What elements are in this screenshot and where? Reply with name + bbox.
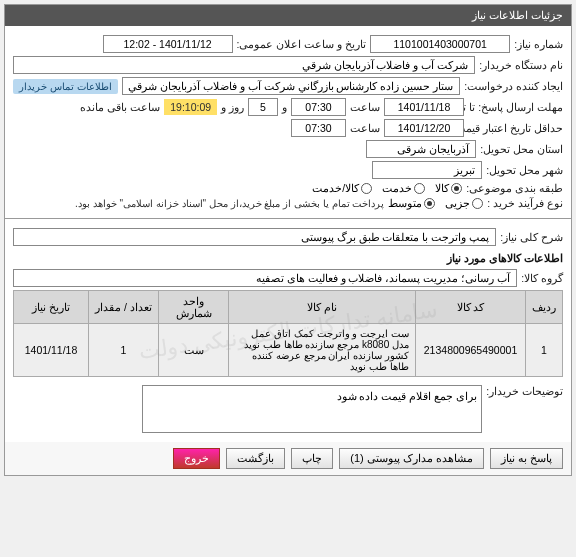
remaining-label: ساعت باقی مانده <box>80 101 160 113</box>
buyer-org-field: شرکت آب و فاضلاب آذربايجان شرقي <box>13 56 475 74</box>
items-table: ردیف کد کالا نام کالا واحد شمارش تعداد /… <box>13 290 563 377</box>
purchase-note: پرداخت تمام یا بخشی از مبلغ خرید،از محل … <box>75 198 384 209</box>
category-radio-group: کالا خدمت کالا/خدمت <box>312 182 462 194</box>
price-date-field: 1401/12/20 <box>384 119 464 137</box>
requester-label: ایجاد کننده درخواست: <box>464 80 563 92</box>
table-header-row: ردیف کد کالا نام کالا واحد شمارش تعداد /… <box>14 291 563 324</box>
print-button[interactable]: چاپ <box>291 448 333 469</box>
group-label: گروه کالا: <box>521 272 563 284</box>
province-label: استان محل تحویل: <box>480 143 563 155</box>
and-label: و <box>282 101 287 113</box>
reply-date-field: 1401/11/18 <box>384 98 464 116</box>
cell-date: 1401/11/18 <box>14 324 89 377</box>
buyer-notes-label: توضیحات خریدار: <box>486 385 563 397</box>
attachments-button[interactable]: مشاهده مدارک پیوستی (1) <box>339 448 484 469</box>
purchase-type-radio-group: جزیی متوسط <box>388 197 483 209</box>
buyer-notes-textarea[interactable] <box>142 385 482 433</box>
radio-small[interactable]: جزیی <box>445 197 483 209</box>
description-section: شرح کلی نیاز: پمپ واترجت با متعلقات طبق … <box>5 218 571 442</box>
cell-idx: 1 <box>526 324 563 377</box>
days-field: 5 <box>248 98 278 116</box>
purchase-type-label: نوع فرآیند خرید : <box>487 197 563 209</box>
city-label: شهر محل تحویل: <box>486 164 563 176</box>
group-field: آب رسانی؛ مدیریت پسماند، فاضلاب و فعالیت… <box>13 269 517 287</box>
panel-title: جزئیات اطلاعات نیاز <box>5 5 571 26</box>
price-validity-label: حداقل تاریخ اعتبار قیمت: تا تاریخ: <box>468 122 563 134</box>
time-label-2: ساعت <box>350 122 380 134</box>
days-label: روز و <box>221 101 244 113</box>
announce-field: 1401/11/12 - 12:02 <box>103 35 233 53</box>
city-field: تبریز <box>372 161 482 179</box>
requester-field: ستار حسين زاده كارشناس بازرگاني شرکت آب … <box>122 77 461 95</box>
reply-button[interactable]: پاسخ به نیاز <box>490 448 563 469</box>
radio-dot-icon <box>472 198 483 209</box>
reply-deadline-label: مهلت ارسال پاسخ: تا تاریخ: <box>468 101 563 113</box>
radio-service[interactable]: خدمت <box>382 182 425 194</box>
th-date: تاریخ نیاز <box>14 291 89 324</box>
need-desc-label: شرح کلی نیاز: <box>500 231 563 243</box>
th-idx: ردیف <box>526 291 563 324</box>
price-time-field: 07:30 <box>291 119 346 137</box>
radio-medium[interactable]: متوسط <box>388 197 435 209</box>
table-row: 1 2134800965490001 ست ایرجت و واترجت کمک… <box>14 324 563 377</box>
cell-qty: 1 <box>89 324 159 377</box>
radio-dot-icon <box>361 183 372 194</box>
radio-dot-icon <box>424 198 435 209</box>
cell-unit: ست <box>159 324 229 377</box>
cell-name: ست ایرجت و واترجت کمک اتاق عمل مدل k8080… <box>229 324 416 377</box>
radio-dot-icon <box>414 183 425 194</box>
remaining-time-badge: 19:10:09 <box>164 99 217 115</box>
buyer-org-label: نام دستگاه خریدار: <box>479 59 563 71</box>
reply-time-field: 07:30 <box>291 98 346 116</box>
th-code: کد کالا <box>416 291 526 324</box>
category-label: طبقه بندی موضوعی: <box>466 182 563 194</box>
need-number-field: 1101001403000701 <box>370 35 510 53</box>
need-number-label: شماره نیاز: <box>514 38 563 50</box>
main-panel: جزئیات اطلاعات نیاز شماره نیاز: 11010014… <box>4 4 572 476</box>
radio-dot-icon <box>451 183 462 194</box>
radio-goods[interactable]: کالا <box>435 182 462 194</box>
time-label-1: ساعت <box>350 101 380 113</box>
province-field: آذربایجان شرقی <box>366 140 476 158</box>
cell-code: 2134800965490001 <box>416 324 526 377</box>
info-section: شماره نیاز: 1101001403000701 تاریخ و ساع… <box>5 26 571 218</box>
need-desc-field: پمپ واترجت با متعلقات طبق برگ پیوستی <box>13 228 496 246</box>
buyer-contact-badge[interactable]: اطلاعات تماس خریدار <box>13 79 118 94</box>
exit-button[interactable]: خروج <box>173 448 220 469</box>
items-info-title: اطلاعات کالاهای مورد نیاز <box>13 252 563 265</box>
th-qty: تعداد / مقدار <box>89 291 159 324</box>
announce-label: تاریخ و ساعت اعلان عمومی: <box>237 38 367 50</box>
th-name: نام کالا <box>229 291 416 324</box>
radio-both[interactable]: کالا/خدمت <box>312 182 372 194</box>
footer-bar: پاسخ به نیاز مشاهده مدارک پیوستی (1) چاپ… <box>5 442 571 475</box>
th-unit: واحد شمارش <box>159 291 229 324</box>
back-button[interactable]: بازگشت <box>226 448 285 469</box>
